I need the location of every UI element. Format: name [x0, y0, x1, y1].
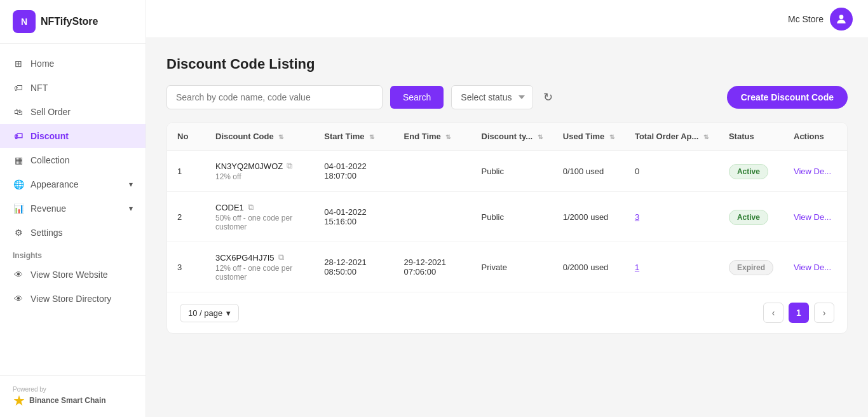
- sidebar-item-label: Sell Order: [31, 107, 71, 117]
- row-used: 1/2000 used: [553, 192, 625, 242]
- refresh-button[interactable]: ↻: [541, 88, 555, 107]
- gear-icon: ⚙: [13, 227, 24, 238]
- create-discount-button[interactable]: Create Discount Code: [727, 86, 848, 109]
- logo-icon: N: [13, 10, 36, 33]
- row-start: 04-01-2022 15:16:00: [314, 192, 393, 242]
- status-select[interactable]: Select status Active Expired: [451, 85, 533, 109]
- sidebar-item-home[interactable]: ⊞ Home: [0, 51, 146, 76]
- copy-icon[interactable]: ⧉: [287, 161, 292, 171]
- user-name: Mc Store: [788, 14, 824, 24]
- row-code: CODE1 ⧉ 50% off - one code per customer: [205, 192, 314, 242]
- svg-marker-0: [14, 395, 25, 406]
- sort-icon: ⇅: [609, 133, 614, 140]
- content-area: Discount Code Listing Search Select stat…: [146, 38, 868, 417]
- row-total: 3: [625, 192, 719, 242]
- row-start: 04-01-2022 18:07:00: [314, 151, 393, 192]
- grid-icon: ⊞: [13, 58, 24, 69]
- row-total: 0: [625, 151, 719, 192]
- sidebar-item-label: NFT: [31, 83, 48, 93]
- sidebar-item-settings[interactable]: ⚙ Settings: [0, 221, 146, 245]
- search-button[interactable]: Search: [390, 86, 444, 109]
- row-status: Active: [719, 192, 783, 242]
- sidebar-item-label: View Store Directory: [31, 294, 111, 304]
- pagination: 10 / page ▾ ‹ 1 ›: [167, 292, 847, 333]
- chevron-down-icon: ▾: [226, 308, 231, 318]
- svg-point-1: [839, 15, 844, 19]
- col-status: Status: [719, 123, 783, 151]
- logo-name: NFTifyStore: [41, 16, 98, 27]
- bar-chart-icon: 📊: [13, 203, 24, 214]
- sidebar-item-label: Appearance: [31, 179, 79, 189]
- row-used: 0/2000 used: [553, 242, 625, 292]
- sidebar-item-revenue[interactable]: 📊 Revenue ▾: [0, 196, 146, 221]
- sidebar-item-label: Settings: [31, 228, 63, 238]
- current-page[interactable]: 1: [789, 303, 809, 323]
- sidebar-item-view-store-directory[interactable]: 👁 View Store Directory: [0, 287, 146, 311]
- sidebar-item-label: View Store Website: [31, 270, 108, 280]
- prev-page-button[interactable]: ‹: [763, 303, 783, 323]
- row-used: 0/100 used: [553, 151, 625, 192]
- row-type: Public: [471, 192, 553, 242]
- row-type: Public: [471, 151, 553, 192]
- discount-table: No Discount Code ⇅ Start Time ⇅ End Time: [166, 122, 848, 334]
- sidebar-footer: Powered by Binance Smart Chain: [0, 375, 146, 417]
- row-total: 1: [625, 242, 719, 292]
- sidebar-item-label: Home: [31, 58, 54, 69]
- toolbar: Search Select status Active Expired ↻ Cr…: [166, 85, 848, 109]
- powered-by-label: Powered by: [13, 386, 133, 393]
- col-actions: Actions: [783, 123, 847, 151]
- row-actions: View De...: [783, 192, 847, 242]
- sidebar-logo: N NFTifyStore: [0, 0, 146, 44]
- table-row: 2 CODE1 ⧉ 50% off - one code per custome…: [167, 192, 847, 242]
- sidebar-item-view-store-website[interactable]: 👁 View Store Website: [0, 263, 146, 287]
- row-actions: View De...: [783, 151, 847, 192]
- insights-label: Insights: [0, 245, 146, 263]
- sidebar: N NFTifyStore ⊞ Home 🏷 NFT 🛍 Sell Order …: [0, 0, 146, 417]
- sidebar-item-label: Discount: [31, 131, 69, 141]
- row-start: 28-12-2021 08:50:00: [314, 242, 393, 292]
- sidebar-item-sell-order[interactable]: 🛍 Sell Order: [0, 100, 146, 124]
- sidebar-nav: ⊞ Home 🏷 NFT 🛍 Sell Order 🏷 Discount ▦ C…: [0, 44, 146, 375]
- row-actions: View De...: [783, 242, 847, 292]
- search-input[interactable]: [166, 85, 383, 109]
- eye-icon: 👁: [13, 293, 24, 304]
- sidebar-item-collection[interactable]: ▦ Collection: [0, 148, 146, 172]
- sort-icon: ⇅: [369, 133, 374, 140]
- copy-icon[interactable]: ⧉: [278, 252, 284, 263]
- topbar: Mc Store: [146, 0, 868, 38]
- chevron-down-icon: ▾: [129, 204, 133, 213]
- sidebar-item-nft[interactable]: 🏷 NFT: [0, 76, 146, 100]
- binance-brand: Binance Smart Chain: [13, 394, 133, 407]
- sidebar-item-label: Revenue: [31, 203, 66, 214]
- sidebar-item-discount[interactable]: 🏷 Discount: [0, 124, 146, 148]
- binance-icon: [13, 394, 25, 407]
- view-detail-link[interactable]: View De...: [794, 263, 831, 272]
- row-no: 1: [167, 151, 205, 192]
- col-type: Discount ty... ⇅: [471, 123, 553, 151]
- view-detail-link[interactable]: View De...: [794, 167, 831, 176]
- sidebar-item-appearance[interactable]: 🌐 Appearance ▾: [0, 172, 146, 196]
- row-status: Expired: [719, 242, 783, 292]
- user-icon: [835, 13, 848, 25]
- eye-icon: 👁: [13, 269, 24, 280]
- col-code: Discount Code ⇅: [205, 123, 314, 151]
- per-page-selector[interactable]: 10 / page ▾: [180, 304, 239, 322]
- bag-icon: 🛍: [13, 106, 24, 118]
- sort-icon: ⇅: [445, 133, 451, 140]
- avatar[interactable]: [830, 8, 853, 31]
- chevron-down-icon: ▾: [129, 180, 133, 189]
- table-row: 3 3CX6PG4HJ7I5 ⧉ 12% off - one code per …: [167, 242, 847, 292]
- row-end: [394, 192, 471, 242]
- sort-icon: ⇅: [703, 133, 709, 140]
- tag-icon: 🏷: [13, 82, 24, 93]
- copy-icon[interactable]: ⧉: [248, 202, 254, 212]
- total-order-link[interactable]: 3: [635, 212, 639, 222]
- sort-icon: ⇅: [278, 133, 283, 140]
- view-detail-link[interactable]: View De...: [794, 212, 831, 222]
- total-order-link[interactable]: 1: [635, 263, 639, 272]
- row-status: Active: [719, 151, 783, 192]
- next-page-button[interactable]: ›: [814, 303, 834, 323]
- col-end: End Time ⇅: [394, 123, 471, 151]
- col-no: No: [167, 123, 205, 151]
- collection-icon: ▦: [13, 154, 24, 166]
